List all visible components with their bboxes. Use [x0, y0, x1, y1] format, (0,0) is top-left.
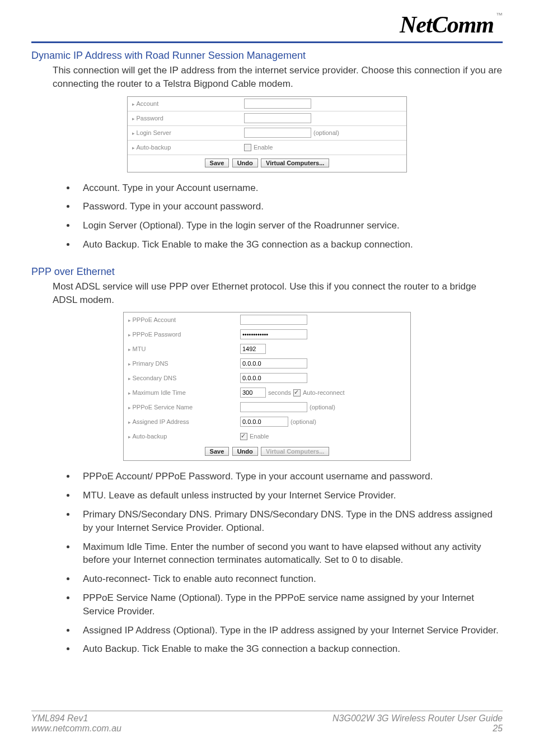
max-idle-input[interactable] [240, 388, 266, 398]
assigned-ip-label: Assigned IP Address [128, 418, 240, 425]
primary-dns-input[interactable] [240, 358, 307, 368]
service-name-input[interactable] [240, 402, 307, 412]
dynamic-ip-bullets: Account. Type in your Account username. … [76, 181, 503, 251]
section-intro-dynamic-ip: This connection will get the IP address … [53, 64, 503, 91]
undo-button-2[interactable]: Undo [232, 447, 258, 456]
doc-url: www.netcomm.com.au [31, 724, 121, 733]
pppoe-account-input[interactable] [240, 315, 307, 325]
virtual-computers-button-2[interactable]: Virtual Computers... [261, 447, 329, 456]
dynamic-ip-form: Account Password Login Server (optional)… [127, 96, 407, 172]
assigned-ip-optional-note: (optional) [291, 418, 316, 425]
assigned-ip-input[interactable] [240, 417, 288, 427]
list-item: Auto Backup. Tick Enable to make the 3G … [76, 642, 503, 656]
section-heading-dynamic-ip: Dynamic IP Address with Road Runner Sess… [31, 50, 503, 62]
footer-divider [31, 711, 503, 711]
section-heading-pppoe: PPP over Ethernet [31, 266, 503, 278]
brand-logo: NetComm™ [400, 11, 503, 38]
password-input[interactable] [244, 113, 311, 123]
list-item: Primary DNS/Secondary DNS. Primary DNS/S… [76, 508, 503, 535]
pppoe-account-label: PPPoE Account [128, 316, 240, 323]
save-button[interactable]: Save [205, 158, 229, 167]
list-item: Maximum Idle Time. Enter the number of s… [76, 540, 503, 567]
footer-left: YML894 Rev1 www.netcomm.com.au [31, 713, 121, 734]
pppoe-bullets: PPPoE Account/ PPPoE Password. Type in y… [76, 470, 503, 656]
auto-backup-checkbox[interactable] [244, 144, 251, 151]
pppoe-password-input[interactable] [240, 329, 307, 339]
password-label: Password [132, 115, 244, 122]
trademark-icon: ™ [496, 11, 503, 19]
login-server-optional-note: (optional) [313, 129, 339, 136]
pppoe-form: PPPoE Account PPPoE Password MTU Primary… [123, 312, 411, 461]
secondary-dns-input[interactable] [240, 373, 307, 383]
seconds-label: seconds [268, 389, 291, 396]
save-button-2[interactable]: Save [205, 447, 229, 456]
auto-reconnect-label: Auto-reconnect [303, 389, 345, 396]
account-input[interactable] [244, 99, 311, 109]
page-footer: YML894 Rev1 www.netcomm.com.au N3G002W 3… [31, 711, 503, 734]
list-item: PPPoE Account/ PPPoE Password. Type in y… [76, 470, 503, 483]
mtu-input[interactable] [240, 344, 266, 354]
undo-button[interactable]: Undo [232, 158, 258, 167]
page-number: 25 [493, 724, 503, 733]
auto-reconnect-checkbox[interactable] [293, 389, 301, 396]
list-item: PPPoE Service Name (Optional). Type in t… [76, 591, 503, 618]
login-server-input[interactable] [244, 128, 311, 138]
enable-label-2: Enable [250, 433, 269, 440]
list-item: MTU. Leave as default unless instructed … [76, 489, 503, 502]
doc-revision: YML894 Rev1 [31, 713, 88, 723]
list-item: Auto Backup. Tick Enable to make the 3G … [76, 238, 503, 251]
list-item: Account. Type in your Account username. [76, 181, 503, 195]
login-server-label: Login Server [132, 129, 244, 136]
form-button-row: Save Undo Virtual Computers... [128, 155, 406, 172]
virtual-computers-button[interactable]: Virtual Computers... [261, 158, 329, 167]
list-item: Login Server (Optional). Type in the log… [76, 219, 503, 232]
footer-right: N3G002W 3G Wireless Router User Guide 25 [332, 713, 503, 734]
form-button-row-2: Save Undo Virtual Computers... [124, 444, 410, 460]
max-idle-label: Maximum Idle Time [128, 389, 240, 396]
primary-dns-label: Primary DNS [128, 360, 240, 367]
list-item: Auto-reconnect- Tick to enable auto reco… [76, 572, 503, 586]
auto-backup-label-2: Auto-backup [128, 433, 240, 440]
service-name-optional-note: (optional) [310, 404, 335, 410]
auto-backup-label: Auto-backup [132, 144, 244, 151]
enable-label: Enable [254, 144, 273, 151]
list-item: Password. Type in your account password. [76, 200, 503, 213]
list-item: Assigned IP Address (Optional). Type in … [76, 624, 503, 637]
account-label: Account [132, 100, 244, 107]
section-intro-pppoe: Most ADSL service will use PPP over Ethe… [53, 280, 503, 307]
logo-text: NetComm [400, 12, 494, 38]
doc-title: N3G002W 3G Wireless Router User Guide [332, 713, 503, 723]
page-header: NetComm™ [31, 11, 503, 41]
pppoe-password-label: PPPoE Password [128, 331, 240, 338]
header-divider [31, 41, 503, 43]
auto-backup-checkbox-2[interactable] [240, 433, 247, 440]
service-name-label: PPPoE Service Name [128, 404, 240, 410]
mtu-label: MTU [128, 346, 240, 352]
secondary-dns-label: Secondary DNS [128, 375, 240, 381]
